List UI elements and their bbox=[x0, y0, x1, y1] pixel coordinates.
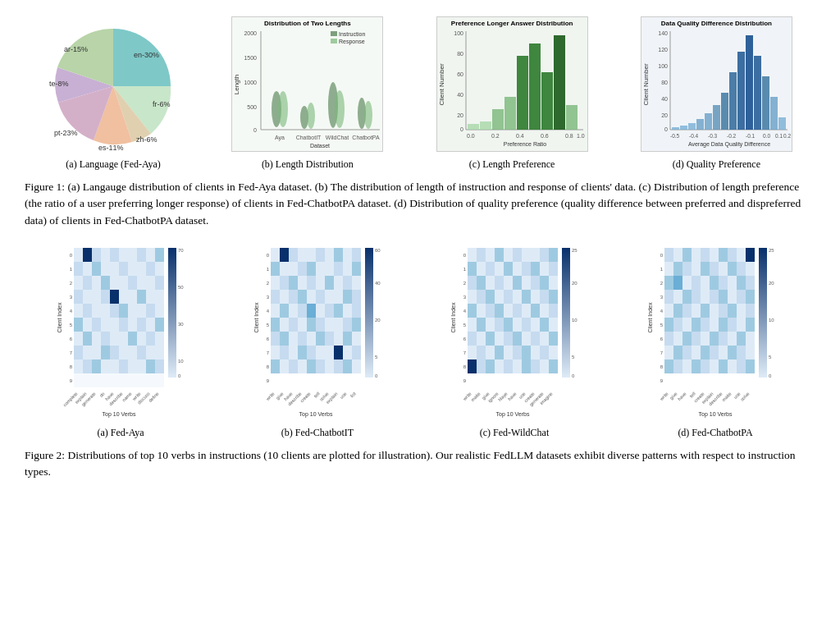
svg-rect-340 bbox=[477, 262, 486, 276]
svg-rect-292 bbox=[280, 359, 289, 373]
svg-text:-0.2: -0.2 bbox=[727, 133, 737, 139]
svg-rect-81 bbox=[713, 105, 720, 130]
svg-text:4: 4 bbox=[69, 309, 72, 314]
heatmap-fed-wildchat: Client Index Top 10 Verbs bbox=[447, 244, 582, 439]
svg-rect-238 bbox=[334, 276, 343, 290]
svg-rect-397 bbox=[540, 332, 549, 346]
svg-rect-118 bbox=[119, 276, 128, 290]
svg-text:5: 5 bbox=[266, 323, 269, 327]
svg-text:0: 0 bbox=[253, 127, 257, 133]
svg-text:50: 50 bbox=[178, 285, 184, 290]
svg-rect-390 bbox=[477, 332, 486, 346]
svg-text:Client Number: Client Number bbox=[642, 63, 650, 105]
svg-rect-260 bbox=[352, 304, 361, 318]
svg-text:1: 1 bbox=[660, 267, 663, 272]
svg-text:9: 9 bbox=[69, 378, 72, 383]
svg-rect-222 bbox=[280, 262, 289, 276]
svg-text:0: 0 bbox=[375, 373, 378, 378]
svg-rect-400 bbox=[477, 346, 486, 359]
svg-rect-467 bbox=[664, 276, 673, 290]
figure2-caption: Figure 2: Distributions of top 10 verbs … bbox=[25, 447, 815, 481]
svg-rect-173 bbox=[74, 359, 83, 373]
svg-rect-521 bbox=[701, 346, 710, 359]
svg-text:1.0: 1.0 bbox=[577, 133, 585, 139]
svg-rect-255 bbox=[307, 304, 316, 318]
heatmap-c-caption: (c) Fed-WildChat bbox=[480, 427, 550, 439]
svg-rect-459 bbox=[682, 262, 692, 276]
svg-text:list: list bbox=[349, 391, 356, 398]
svg-rect-364 bbox=[513, 290, 522, 304]
svg-rect-273 bbox=[289, 332, 298, 346]
svg-rect-135 bbox=[92, 304, 101, 318]
svg-rect-343 bbox=[504, 262, 513, 276]
svg-rect-411 bbox=[486, 359, 495, 373]
svg-rect-154 bbox=[83, 332, 92, 346]
svg-rect-414 bbox=[513, 359, 522, 373]
svg-rect-220 bbox=[352, 248, 361, 262]
svg-rect-522 bbox=[710, 346, 719, 359]
svg-rect-388 bbox=[549, 318, 558, 332]
svg-text:use: use bbox=[339, 391, 348, 400]
svg-rect-108 bbox=[119, 262, 128, 276]
svg-text:have: have bbox=[507, 391, 518, 401]
svg-rect-527 bbox=[664, 359, 673, 373]
svg-rect-504 bbox=[728, 318, 737, 332]
svg-rect-212 bbox=[280, 248, 289, 262]
svg-text:25: 25 bbox=[769, 248, 774, 253]
svg-rect-486 bbox=[746, 290, 755, 304]
svg-text:4: 4 bbox=[660, 309, 663, 314]
svg-text:Length: Length bbox=[233, 75, 240, 94]
svg-rect-103 bbox=[74, 262, 83, 276]
svg-rect-287 bbox=[325, 346, 334, 359]
svg-text:7: 7 bbox=[266, 350, 269, 355]
svg-text:en-30%: en-30% bbox=[134, 51, 159, 59]
svg-rect-51 bbox=[504, 97, 516, 130]
svg-rect-454 bbox=[728, 248, 737, 262]
svg-rect-231 bbox=[271, 276, 280, 290]
svg-rect-349 bbox=[468, 276, 477, 290]
svg-text:70: 70 bbox=[178, 248, 184, 253]
svg-text:0.8: 0.8 bbox=[565, 133, 573, 139]
svg-rect-107 bbox=[110, 262, 119, 276]
svg-rect-502 bbox=[710, 318, 719, 332]
svg-rect-94 bbox=[83, 248, 92, 262]
svg-rect-295 bbox=[307, 359, 316, 373]
svg-rect-100 bbox=[137, 248, 146, 262]
svg-text:10: 10 bbox=[769, 318, 774, 323]
svg-rect-227 bbox=[325, 262, 334, 276]
svg-rect-176 bbox=[101, 359, 110, 373]
svg-rect-20 bbox=[331, 31, 337, 36]
svg-rect-226 bbox=[316, 262, 325, 276]
svg-rect-401 bbox=[486, 346, 495, 359]
svg-rect-391 bbox=[486, 332, 495, 346]
svg-rect-465 bbox=[737, 262, 746, 276]
svg-rect-417 bbox=[540, 359, 549, 373]
svg-rect-557 bbox=[759, 248, 767, 378]
svg-rect-300 bbox=[352, 359, 361, 373]
svg-rect-89 bbox=[778, 117, 786, 130]
svg-rect-102 bbox=[155, 248, 164, 262]
svg-rect-321 bbox=[365, 248, 373, 378]
svg-rect-263 bbox=[289, 318, 298, 332]
svg-rect-149 bbox=[128, 318, 137, 332]
svg-text:3: 3 bbox=[266, 295, 269, 300]
svg-text:500: 500 bbox=[248, 104, 258, 110]
svg-rect-461 bbox=[701, 262, 710, 276]
svg-rect-449 bbox=[682, 248, 692, 262]
svg-text:Client Index: Client Index bbox=[450, 302, 456, 332]
svg-rect-79 bbox=[696, 119, 704, 130]
svg-rect-410 bbox=[477, 359, 486, 373]
length-pref-chart: Preference Longer Answer Distribution 10… bbox=[436, 16, 588, 152]
svg-text:make: make bbox=[469, 391, 481, 402]
svg-rect-511 bbox=[701, 332, 710, 346]
heatmap-fed-chatbotit: Client Index Top 10 Verbs bbox=[250, 244, 386, 439]
svg-text:0: 0 bbox=[463, 253, 466, 258]
svg-rect-355 bbox=[522, 276, 531, 290]
svg-text:write: write bbox=[658, 391, 669, 401]
svg-rect-351 bbox=[486, 276, 495, 290]
svg-rect-245 bbox=[307, 290, 316, 304]
svg-rect-235 bbox=[307, 276, 316, 290]
svg-text:Top 10 Verbs: Top 10 Verbs bbox=[698, 411, 732, 418]
svg-rect-229 bbox=[343, 262, 352, 276]
svg-rect-524 bbox=[728, 346, 737, 359]
